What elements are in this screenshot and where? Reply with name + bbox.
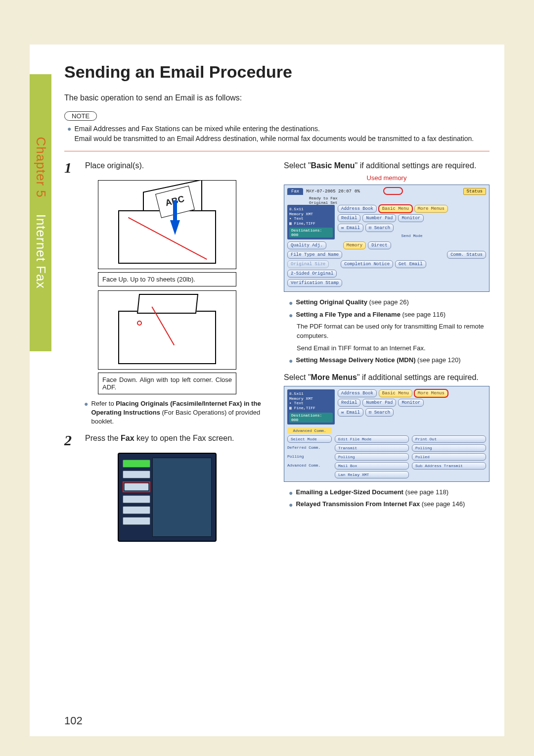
polling-label: Polling bbox=[287, 453, 332, 461]
status-button[interactable]: Status bbox=[463, 188, 486, 195]
section-label: Internet Fax bbox=[34, 214, 48, 289]
mailbox-button[interactable]: Mail Box bbox=[335, 462, 409, 470]
step-2-text: Press the Fax key to open the Fax screen… bbox=[85, 433, 234, 448]
memory-button[interactable]: Memory bbox=[343, 241, 366, 249]
bullet-relay: Relayed Transmission From Internet Fax (… bbox=[296, 500, 465, 510]
two-sided-button[interactable]: 2-Sided Original bbox=[287, 270, 337, 278]
search-button[interactable]: ⊡ Search bbox=[365, 408, 394, 417]
more-menus-button[interactable]: More Menus bbox=[414, 389, 448, 397]
figure-adf-faceup: ABC Face Up. Up to 70 sheets (20lb). Fac… bbox=[98, 180, 236, 394]
email-button[interactable]: ✉ Email bbox=[338, 224, 363, 232]
panel-button bbox=[123, 471, 150, 478]
step-1-text: Place original(s). bbox=[85, 160, 144, 175]
fax-date: MAY-07-2005 20:07 bbox=[306, 189, 352, 194]
intro-text: The basic operation to send an Email is … bbox=[64, 94, 490, 102]
page-number: 102 bbox=[64, 714, 83, 727]
step-1-number: 1 bbox=[64, 160, 78, 175]
email-button[interactable]: ✉ Email bbox=[338, 408, 363, 417]
ready-text: Ready to Fax bbox=[309, 196, 486, 200]
select-mode-button[interactable]: Select Mode bbox=[287, 435, 332, 443]
comm-status-button[interactable]: Comm. Status bbox=[447, 251, 486, 259]
transmit-button[interactable]: Transmit bbox=[335, 444, 409, 452]
page-title: Sending an Email Procedure bbox=[64, 62, 490, 82]
refer-text: Refer to Placing Originals (Facsimile/In… bbox=[91, 399, 270, 426]
pdf-note: The PDF format can be used only for tran… bbox=[284, 322, 490, 341]
basic-menu-button[interactable]: Basic Menu bbox=[379, 389, 412, 397]
fax-left-panel: 8.5x11 Memory XMT ▪ Text ▦ Fine,TIFF Des… bbox=[287, 389, 335, 424]
page-body: Sending an Email Procedure The basic ope… bbox=[30, 45, 504, 736]
more-menus-button[interactable]: More Menus bbox=[414, 205, 448, 213]
direct-button[interactable]: Direct bbox=[368, 241, 391, 249]
advanced-comm-label: Advanced Comm. bbox=[287, 427, 332, 434]
monitor-button[interactable]: Monitor bbox=[398, 214, 424, 222]
fax-memory-pct: 0% bbox=[355, 189, 360, 194]
destinations-badge[interactable]: Destinations: 000 bbox=[289, 413, 333, 423]
select-basic-menu-text: Select "Basic Menu" if additional settin… bbox=[284, 160, 490, 171]
bullet-icon: ● bbox=[84, 399, 88, 426]
address-book-button[interactable]: Address Book bbox=[338, 205, 377, 213]
control-panel-figure bbox=[118, 453, 217, 542]
select-more-menus-text: Select "More Menus" if additional settin… bbox=[284, 372, 490, 383]
panel-button bbox=[123, 460, 150, 468]
bullet-icon: ● bbox=[289, 488, 293, 498]
chapter-label: Chapter 5 bbox=[34, 137, 48, 198]
get-email-button[interactable]: Get Email bbox=[395, 260, 426, 268]
polling-button[interactable]: Polling bbox=[412, 444, 486, 452]
fax-tab[interactable]: Fax bbox=[287, 188, 303, 195]
bullet-orig-quality: Setting Original Quality (see page 26) bbox=[296, 298, 408, 308]
quality-button[interactable]: Quality Adj. bbox=[287, 241, 326, 249]
monitor-button[interactable]: Monitor bbox=[398, 399, 424, 407]
right-column: Select "Basic Menu" if additional settin… bbox=[284, 160, 490, 546]
panel-button bbox=[123, 517, 150, 525]
chapter-side-tab: Chapter 5 Internet Fax bbox=[30, 74, 51, 351]
tiff-note: Send Email in TIFF format to an Internet… bbox=[284, 344, 490, 353]
panel-screen bbox=[152, 458, 212, 537]
redial-button[interactable]: Redial bbox=[338, 214, 360, 222]
bullet-icon: ● bbox=[289, 298, 293, 308]
redial-button[interactable]: Redial bbox=[338, 399, 360, 407]
caption-faceup: Face Up. Up to 70 sheets (20lb). bbox=[98, 272, 236, 286]
polled-button[interactable]: Polled bbox=[412, 453, 486, 461]
deferred-comm-label: Deferred Comm. bbox=[287, 444, 332, 452]
left-column: 1 Place original(s). ABC Face Up. Up to … bbox=[64, 160, 270, 546]
used-memory-label: Used memory bbox=[284, 174, 490, 182]
bullet-icon: ● bbox=[289, 500, 293, 510]
note-text: Email Addresses and Fax Stations can be … bbox=[74, 124, 474, 144]
panel-button bbox=[123, 495, 150, 503]
fax-screen-more: 8.5x11 Memory XMT ▪ Text ▦ Fine,TIFF Des… bbox=[284, 386, 490, 481]
bullet-mdn: Setting Message Delivery Notice (MDN) (s… bbox=[296, 356, 460, 366]
sub-address-button[interactable]: Sub Address Transmit bbox=[412, 462, 486, 470]
caption-facedown: Face Down. Align with top left corner. C… bbox=[98, 373, 236, 394]
blue-arrow-icon bbox=[170, 220, 180, 235]
bullet-ledger: Emailing a Ledger-Sized Document (see pa… bbox=[296, 488, 448, 498]
filetype-button[interactable]: File Type and Name bbox=[287, 251, 342, 259]
basic-menu-button[interactable]: Basic Menu bbox=[379, 205, 412, 213]
fax-screen-basic: Fax MAY-07-2005 20:07 0% Status Ready to… bbox=[284, 185, 490, 292]
verification-stamp-button[interactable]: Verification Stamp bbox=[287, 279, 342, 287]
number-pad-button[interactable]: Number Pad bbox=[362, 399, 396, 407]
step-2-number: 2 bbox=[64, 433, 78, 448]
note-block: NOTE ● Email Addresses and Fax Stations … bbox=[64, 111, 490, 144]
completion-notice-button[interactable]: Completion Notice bbox=[341, 260, 393, 268]
panel-button bbox=[123, 506, 150, 514]
bullet-icon: ● bbox=[289, 356, 293, 366]
print-out-button[interactable]: Print Out bbox=[412, 435, 486, 443]
fax-left-panel: 8.5x11 Memory XMT ▪ Text ▦ Fine,TIFF Des… bbox=[287, 205, 335, 239]
red-circle-marker bbox=[137, 321, 142, 326]
number-pad-button[interactable]: Number Pad bbox=[362, 214, 396, 222]
separator bbox=[64, 151, 490, 151]
bullet-icon: ● bbox=[67, 124, 71, 144]
destinations-badge[interactable]: Destinations: 000 bbox=[289, 228, 333, 237]
fax-key-highlight bbox=[123, 481, 150, 492]
original-size-button[interactable]: Original Size bbox=[287, 260, 329, 268]
polling-button[interactable]: Polling bbox=[335, 453, 409, 461]
origset-text: Original Set bbox=[309, 200, 486, 205]
search-button[interactable]: ⊡ Search bbox=[365, 224, 394, 232]
bullet-filetype: Setting a File Type and a Filename (see … bbox=[296, 310, 445, 320]
bullet-icon: ● bbox=[289, 310, 293, 320]
lan-relay-button[interactable]: Lan Relay XMT bbox=[335, 471, 409, 478]
address-book-button[interactable]: Address Book bbox=[338, 389, 377, 397]
edit-file-mode-button[interactable]: Edit File Mode bbox=[335, 435, 409, 443]
note-badge: NOTE bbox=[64, 111, 97, 121]
advanced-comm-label: Advanced Comm. bbox=[287, 462, 332, 478]
